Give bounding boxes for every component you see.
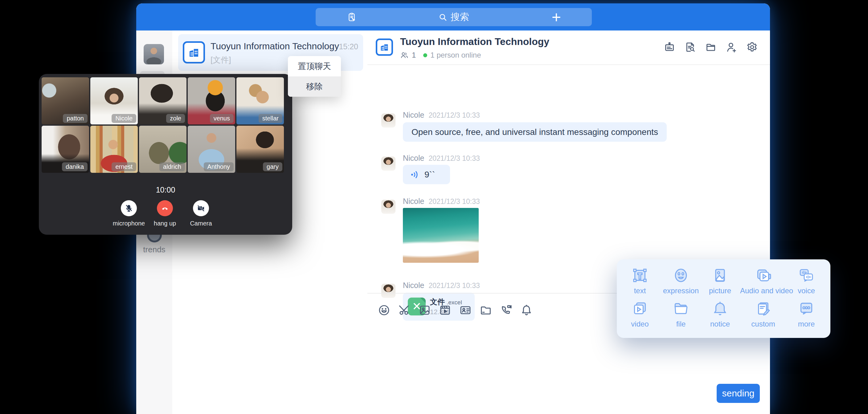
participant-name: stellar: [258, 114, 282, 123]
camera-button[interactable]: Camera: [183, 200, 219, 227]
sender-name: Nicole: [403, 110, 424, 119]
participant-name: venus: [210, 114, 234, 123]
page-title: Tuoyun Information Technology: [400, 36, 549, 47]
contact-card-icon[interactable]: [459, 304, 472, 317]
chat-history-search-icon[interactable]: [684, 41, 696, 53]
participant-tile: aldrich: [139, 126, 186, 173]
microphone-muted-icon[interactable]: [121, 200, 137, 216]
image-message-beach[interactable]: [403, 208, 479, 263]
participant-tile: Anthony: [188, 126, 235, 173]
voice-message[interactable]: 9``: [403, 165, 450, 184]
group-icon: [376, 38, 393, 56]
members-icon: [400, 51, 409, 59]
image-icon[interactable]: [418, 304, 431, 317]
panel-item-text[interactable]: text: [617, 267, 663, 295]
panel-item-video[interactable]: video: [617, 300, 663, 328]
trends-label: trends: [136, 245, 172, 254]
screenshot-scissors-icon[interactable]: [398, 304, 411, 317]
chat-meta: 1 1 person online: [400, 51, 481, 59]
announcement-icon[interactable]: [663, 41, 676, 53]
message-type-panel: text expression picture Audio and video …: [617, 259, 830, 338]
participant-name: Nicole: [112, 114, 136, 123]
participant-name: Anthony: [204, 162, 234, 171]
group-icon: [183, 41, 205, 63]
chat-header-actions: [663, 41, 758, 53]
participant-tile: danika: [41, 126, 89, 173]
video-icon: [631, 300, 649, 317]
sender-name: Nicole: [403, 281, 424, 290]
expression-icon: [672, 267, 689, 284]
panel-item-notice[interactable]: notice: [697, 300, 743, 328]
video-call-icon[interactable]: [500, 304, 513, 317]
panel-item-picture[interactable]: picture: [697, 267, 743, 295]
group-call-window: patton Nicole zole venus stellar danika …: [39, 74, 292, 235]
conversation-preview: [文件]: [211, 55, 231, 65]
message-text: Open source, free, and universal instant…: [411, 127, 658, 137]
chat-panel: Tuoyun Information Technology 1 1 person…: [367, 31, 770, 414]
file-folder-icon[interactable]: [479, 304, 492, 317]
emoji-icon[interactable]: [378, 304, 391, 317]
camera-label: Camera: [183, 220, 219, 227]
participant-grid: patton Nicole zole venus stellar danika …: [41, 77, 289, 173]
conversation-context-menu: 置顶聊天 移除: [288, 56, 341, 97]
voice-icon: [798, 267, 815, 284]
avatar[interactable]: [144, 44, 164, 64]
participant-name: danika: [62, 162, 88, 171]
screen: { "colors":{"accent":"#2277e6","online_g…: [0, 0, 868, 414]
search-input[interactable]: 搜索 +: [316, 8, 592, 26]
participant-name: ernest: [112, 162, 136, 171]
top-bar: 搜索 +: [136, 3, 770, 31]
custom-icon: [754, 300, 772, 317]
panel-label: picture: [697, 286, 743, 295]
group-files-icon[interactable]: [705, 41, 717, 53]
participant-tile: ernest: [90, 126, 138, 173]
search-icon: [438, 12, 447, 22]
panel-label: more: [783, 320, 830, 328]
message-time: 2021/12/3 10:33: [429, 154, 479, 162]
microphone-button[interactable]: microphone: [110, 200, 147, 227]
file-icon: [672, 300, 689, 317]
hang-up-icon[interactable]: [157, 200, 173, 216]
participant-name: zole: [166, 114, 185, 123]
notification-bell-icon[interactable]: [520, 304, 533, 317]
message-list: Nicole2021/12/3 10:33 Open source, free,…: [367, 64, 770, 293]
conversation-title: Tuoyun Information Technology: [211, 41, 339, 52]
menu-item-pin-chat[interactable]: 置顶聊天: [288, 56, 341, 76]
text-message[interactable]: Open source, free, and universal instant…: [403, 122, 667, 142]
avatar[interactable]: [381, 114, 396, 128]
audio-video-icon: [754, 267, 772, 284]
sender-name: Nicole: [403, 197, 424, 205]
send-button[interactable]: sending: [717, 384, 760, 403]
message-time: 2021/12/3 10:33: [429, 282, 479, 290]
panel-item-voice[interactable]: voice: [783, 267, 830, 295]
search-placeholder: 搜索: [451, 11, 469, 23]
participant-tile: Nicole: [90, 77, 138, 124]
picture-icon: [711, 267, 729, 284]
panel-label: custom: [740, 320, 786, 328]
hang-up-label: hang up: [147, 220, 183, 227]
avatar[interactable]: [381, 157, 396, 171]
settings-icon[interactable]: [746, 41, 758, 53]
participant-name: patton: [63, 114, 88, 123]
panel-item-custom[interactable]: custom: [740, 300, 786, 328]
panel-label: voice: [783, 286, 830, 295]
add-member-icon[interactable]: [725, 41, 738, 53]
participant-tile: venus: [188, 77, 235, 124]
online-dot: [423, 53, 427, 57]
panel-item-more[interactable]: more: [783, 300, 830, 328]
panel-item-audio-video[interactable]: Audio and video: [740, 267, 786, 295]
avatar[interactable]: [381, 200, 396, 214]
message-sender: Nicole2021/12/3 10:33: [403, 281, 480, 290]
menu-item-remove[interactable]: 移除: [288, 76, 341, 97]
microphone-label: microphone: [110, 220, 147, 227]
message-sender: Nicole2021/12/3 10:33: [403, 154, 480, 163]
add-button[interactable]: +: [552, 9, 561, 25]
message-time: 2021/12/3 10:33: [429, 197, 479, 205]
video-message-icon[interactable]: [439, 304, 452, 317]
participant-name: aldrich: [159, 162, 185, 171]
search-label-wrap: 搜索: [316, 8, 592, 26]
camera-muted-icon[interactable]: [193, 200, 209, 216]
message-sender: Nicole2021/12/3 10:33: [403, 197, 480, 206]
hang-up-button[interactable]: hang up: [147, 200, 183, 227]
sender-name: Nicole: [403, 154, 424, 162]
